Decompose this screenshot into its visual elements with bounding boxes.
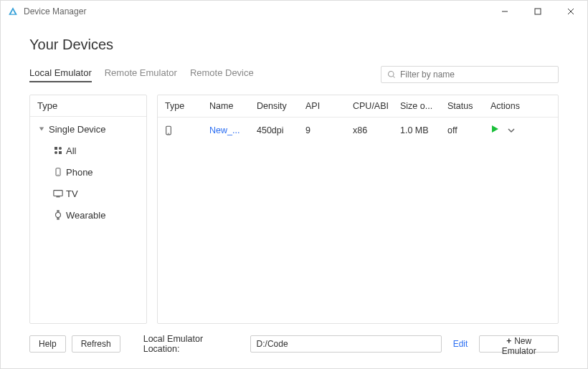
svg-point-19 [168, 133, 169, 133]
tree-group-label: Single Device [49, 124, 106, 135]
new-emulator-button[interactable]: +New Emulator [479, 335, 559, 353]
search-icon [387, 70, 396, 79]
svg-rect-1 [535, 9, 541, 14]
svg-marker-20 [492, 125, 498, 133]
col-header-cpu[interactable]: CPU/ABI [346, 95, 393, 118]
page-heading: Your Devices [29, 37, 559, 53]
col-header-api[interactable]: API [298, 95, 346, 118]
svg-rect-13 [54, 191, 62, 196]
plus-icon: + [506, 336, 511, 346]
tree-item-label: TV [66, 188, 78, 199]
svg-rect-16 [57, 210, 60, 211]
col-header-actions[interactable]: Actions [483, 95, 558, 118]
tree-item-label: Wearable [66, 210, 105, 221]
tab-remote-emulator[interactable]: Remote Emulator [105, 67, 177, 82]
tree-item-label: Phone [66, 167, 93, 178]
cell-api: 9 [298, 118, 346, 143]
tree-item-all[interactable]: All [30, 140, 146, 161]
filter-input[interactable] [400, 67, 552, 82]
watch-icon [50, 210, 66, 220]
tab-remote-device[interactable]: Remote Device [190, 67, 254, 82]
window-title: Device Manager [24, 6, 86, 16]
svg-rect-7 [54, 147, 57, 150]
svg-rect-17 [57, 218, 60, 219]
col-header-type[interactable]: Type [158, 95, 202, 118]
help-button[interactable]: Help [29, 335, 66, 353]
table-row[interactable]: New_... 450dpi 9 x86 1.0 MB off [158, 118, 558, 143]
svg-point-8 [59, 147, 62, 150]
tree-group-single-device[interactable]: Single Device [30, 118, 146, 140]
svg-point-9 [54, 151, 57, 154]
edit-location-link[interactable]: Edit [453, 339, 468, 349]
col-header-size[interactable]: Size o... [393, 95, 440, 118]
device-table-panel: Type Name Density API CPU/ABI Size o... … [157, 95, 559, 324]
sidebar-header: Type [30, 95, 146, 117]
cell-cpu: x86 [346, 118, 393, 143]
type-sidebar: Type Single Device All [29, 95, 147, 324]
tree-item-wearable[interactable]: Wearable [30, 204, 146, 226]
tree-item-label: All [66, 145, 76, 156]
phone-icon [50, 168, 66, 176]
location-input[interactable] [250, 335, 442, 353]
grid-icon [50, 146, 66, 155]
cell-status: off [440, 118, 483, 143]
filter-box[interactable] [381, 66, 559, 83]
cell-density: 450dpi [250, 118, 298, 143]
svg-rect-10 [59, 151, 62, 154]
maximize-button[interactable] [521, 1, 554, 22]
table-header-row: Type Name Density API CPU/ABI Size o... … [158, 95, 558, 118]
phone-icon [165, 125, 198, 135]
svg-point-12 [57, 174, 58, 175]
svg-line-5 [393, 76, 394, 77]
play-button[interactable] [490, 125, 499, 135]
location-label: Local Emulator Location: [143, 334, 240, 354]
tab-local-emulator[interactable]: Local Emulator [29, 67, 92, 82]
cell-name[interactable]: New_... [202, 118, 250, 143]
col-header-status[interactable]: Status [440, 95, 483, 118]
chevron-down-icon [37, 126, 46, 132]
minimize-button[interactable] [488, 1, 521, 22]
svg-point-4 [389, 72, 394, 77]
col-header-density[interactable]: Density [250, 95, 298, 118]
tree-item-phone[interactable]: Phone [30, 161, 146, 183]
svg-marker-6 [39, 128, 44, 131]
tree-item-tv[interactable]: TV [30, 183, 146, 204]
titlebar: Device Manager [1, 1, 587, 22]
col-header-name[interactable]: Name [202, 95, 250, 118]
close-button[interactable] [554, 1, 587, 22]
footer: Help Refresh Local Emulator Location: Ed… [1, 334, 587, 354]
tabs: Local Emulator Remote Emulator Remote De… [29, 67, 254, 82]
app-logo-icon [8, 6, 18, 16]
svg-point-15 [56, 213, 61, 218]
tv-icon [50, 189, 66, 198]
actions-dropdown[interactable] [508, 125, 515, 135]
cell-size: 1.0 MB [393, 118, 440, 143]
refresh-button[interactable]: Refresh [72, 335, 120, 353]
